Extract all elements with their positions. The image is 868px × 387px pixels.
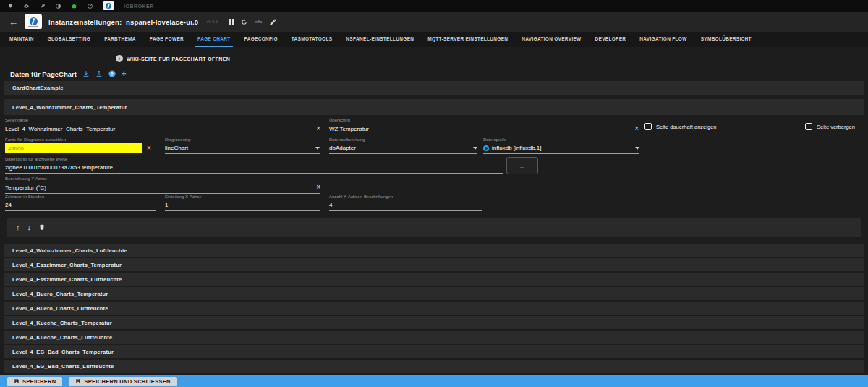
accordion-item[interactable]: Level_4_Esszimmer_Charts_Temperatur bbox=[4, 258, 864, 271]
save-bar: SPEICHERN SPEICHERN UND SCHLIESSEN bbox=[0, 375, 868, 387]
tab-developer[interactable]: DEVELOPER bbox=[593, 32, 629, 47]
accordion-item-expanded-header[interactable]: Level_4_Wohnzimmer_Charts_Temperatur bbox=[4, 99, 864, 115]
save-and-close-button[interactable]: SPEICHERN UND SCHLIESSEN bbox=[69, 377, 176, 386]
tab-symboluebersicht[interactable]: SYMBOLÜBERSICHT bbox=[699, 32, 754, 47]
download-icon[interactable] bbox=[82, 70, 90, 77]
pause-icon[interactable] bbox=[229, 19, 234, 25]
edit-pencil-icon[interactable] bbox=[269, 18, 277, 26]
datenpunkt-input[interactable]: zigbee.0.00158d00073a7853.temperature bbox=[5, 164, 113, 171]
tab-page-chart[interactable]: PAGE CHART bbox=[195, 32, 233, 47]
tab-globalsetting[interactable]: GLOBALSETTING bbox=[46, 32, 93, 47]
select-datapoint-button[interactable]: ... bbox=[506, 157, 538, 174]
y-achse-field[interactable]: Bezeichnung Y-Achse Temperatur (°C)× bbox=[5, 177, 320, 194]
diagrammtyp-select[interactable]: lineChart bbox=[165, 145, 188, 151]
wrench-icon[interactable] bbox=[39, 3, 46, 9]
tab-maintain[interactable]: MAINTAIN bbox=[7, 32, 36, 47]
influxdb-icon bbox=[483, 145, 489, 151]
adapter-version: v0.9.1 bbox=[206, 20, 218, 24]
eye-icon[interactable] bbox=[23, 3, 30, 9]
info-label: info bbox=[255, 20, 263, 24]
add-entry-icon[interactable]: + bbox=[122, 69, 127, 78]
datenquelle-select[interactable]: influxdb [influxdb.1] bbox=[483, 145, 542, 151]
settings-tabs: MAINTAIN GLOBALSETTING FARBTHEMA PAGE PO… bbox=[0, 32, 868, 47]
tab-farbthema[interactable]: FARBTHEMA bbox=[102, 32, 138, 47]
accordion-item[interactable]: Level_4_Buero_Charts_Luftfeuchte bbox=[4, 302, 864, 315]
datenaufbereitung-field[interactable]: Datenaufbereitung dbAdapter bbox=[329, 137, 477, 154]
save-floppy-icon bbox=[14, 378, 20, 384]
divider bbox=[0, 237, 868, 242]
seitenname-field[interactable]: Seitenname Level_4_Wohnzimmer_Charts_Tem… bbox=[5, 118, 320, 135]
einteilung-input[interactable]: 1 bbox=[165, 202, 168, 208]
tab-nspanel-einstellungen[interactable]: NSPANEL-EINSTELLUNGEN bbox=[344, 32, 416, 47]
back-arrow-icon[interactable]: ← bbox=[9, 17, 18, 27]
datenquelle-field[interactable]: Datenquelle influxdb [influxdb.1] bbox=[483, 137, 639, 154]
anzahl-field[interactable]: Anzahl X-Achsen-Beschriftungen 4 bbox=[329, 195, 482, 211]
accordion-item[interactable]: Level_4_EG_Bad_Charts_Luftfeuchte bbox=[4, 360, 864, 373]
einteilung-field[interactable]: Einteilung X-Achse 1 bbox=[165, 195, 320, 211]
accordion-item-cardchartexample[interactable]: CardChartExample bbox=[4, 81, 864, 95]
tab-navigation-overview[interactable]: NAVIGATION OVERVIEW bbox=[519, 32, 583, 47]
seite-dauerhaft-checkbox[interactable]: Seite dauerhaft anzeigen bbox=[644, 123, 716, 130]
zeitraum-field[interactable]: Zeitraum in Stunden 24 bbox=[5, 195, 156, 211]
checkbox-box[interactable] bbox=[644, 123, 652, 130]
bell-icon[interactable] bbox=[7, 3, 14, 9]
chart-config-form: Seitenname Level_4_Wohnzimmer_Charts_Tem… bbox=[4, 115, 864, 215]
move-up-icon[interactable]: ↑ bbox=[16, 224, 20, 231]
extension-icon[interactable] bbox=[71, 3, 77, 9]
upload-circle-icon[interactable] bbox=[109, 70, 116, 77]
accordion-item[interactable]: Level_4_Esszimmer_Charts_Luftfeuchte bbox=[4, 273, 864, 286]
color-input[interactable]: #ffff00 bbox=[5, 143, 142, 153]
diagrammtyp-field[interactable]: Diagrammtyp lineChart bbox=[165, 137, 320, 154]
iobroker-logo bbox=[103, 1, 114, 10]
section-title: Daten für PageChart bbox=[10, 70, 77, 78]
tab-mqtt-server-einstellungen[interactable]: MQTT-SERVER EINSTELLUNGEN bbox=[425, 32, 510, 47]
tab-page-power[interactable]: PAGE POWER bbox=[148, 32, 186, 47]
save-floppy-icon bbox=[75, 378, 81, 384]
farbe-field[interactable]: Farbe für Diagramm auswählen #ffff00 × bbox=[5, 137, 158, 153]
seitenname-input[interactable]: Level_4_Wohnzimmer_Charts_Temperatur bbox=[5, 126, 115, 132]
y-achse-input[interactable]: Temperatur (°C) bbox=[5, 184, 46, 191]
seite-verbergen-checkbox[interactable]: Seite verbergen bbox=[805, 123, 855, 130]
accordion-item[interactable]: Level_4_Kueche_Charts_Temperatur bbox=[4, 316, 864, 329]
slash-circle-icon[interactable] bbox=[87, 3, 93, 9]
tab-pageconfig[interactable]: PAGECONFIG bbox=[242, 32, 280, 47]
checkbox-box[interactable] bbox=[805, 123, 812, 130]
clear-icon[interactable]: × bbox=[316, 184, 320, 191]
delete-trash-icon[interactable] bbox=[38, 224, 46, 231]
clear-icon[interactable]: × bbox=[316, 125, 320, 132]
info-icon: i bbox=[116, 55, 123, 62]
accordion-item[interactable]: Level_4_Wohnzimmer_Charts_Luftfeuchte bbox=[4, 244, 864, 257]
datenaufbereitung-select[interactable]: dbAdapter bbox=[329, 145, 356, 151]
page-chart-panel: i WIKI-SEITE FÜR PAGECHART ÖFFNEN Daten … bbox=[0, 47, 868, 373]
anzahl-input[interactable]: 4 bbox=[329, 202, 332, 208]
adapter-logo bbox=[25, 14, 42, 29]
datenpunkt-field[interactable]: Datenpunkt für archivierte Werte zigbee.… bbox=[5, 157, 503, 174]
clear-icon[interactable]: × bbox=[634, 125, 639, 132]
chevron-down-icon[interactable] bbox=[473, 147, 477, 150]
tab-navigation-flow[interactable]: NAVIGATION FLOW bbox=[637, 32, 689, 47]
accordion-item[interactable]: Level_4_Buero_Charts_Temperatur bbox=[4, 287, 864, 300]
accordion-item[interactable]: Level_4_EG_Bad_Charts_Temperatur bbox=[4, 345, 864, 358]
instance-header: ← Instanzeinstellungen: nspanel-lovelace… bbox=[0, 12, 868, 32]
zeitraum-input[interactable]: 24 bbox=[5, 202, 12, 208]
accordion-item[interactable]: Level_4_Kueche_Charts_Luftfeuchte bbox=[4, 331, 864, 344]
brand-text: IOBROKER bbox=[124, 4, 154, 9]
browser-toolbar: IOBROKER bbox=[0, 0, 868, 12]
contrast-icon[interactable] bbox=[55, 3, 61, 9]
clear-icon[interactable]: × bbox=[147, 145, 151, 152]
entry-toolbar: ↑ ↓ bbox=[7, 218, 861, 237]
wiki-page-button[interactable]: i WIKI-SEITE FÜR PAGECHART ÖFFNEN bbox=[116, 55, 230, 62]
upload-icon[interactable] bbox=[95, 70, 103, 77]
refresh-icon[interactable] bbox=[240, 18, 248, 26]
tab-tasmotatools[interactable]: TASMOTATOOLS bbox=[289, 32, 335, 47]
ueberschrift-field[interactable]: Überschrift WZ Temperatur× bbox=[329, 118, 639, 135]
chevron-down-icon[interactable] bbox=[315, 147, 320, 150]
chevron-down-icon[interactable] bbox=[635, 147, 639, 150]
move-down-icon[interactable]: ↓ bbox=[27, 224, 32, 231]
page-title: Instanzeinstellungen: nspanel-lovelace-u… bbox=[48, 18, 198, 26]
ueberschrift-input[interactable]: WZ Temperatur bbox=[329, 126, 369, 132]
save-button[interactable]: SPEICHERN bbox=[7, 377, 62, 386]
